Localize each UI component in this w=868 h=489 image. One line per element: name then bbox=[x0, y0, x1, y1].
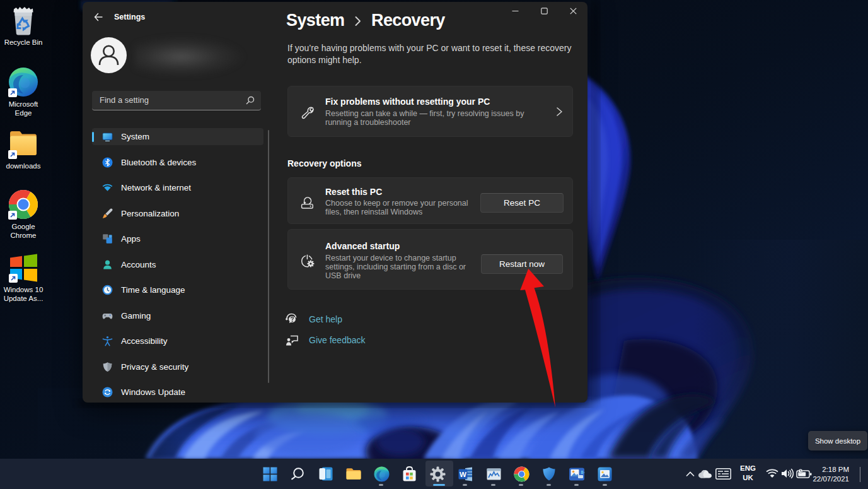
svg-text:W: W bbox=[460, 471, 466, 478]
svg-text:8◦: 8◦ bbox=[581, 470, 585, 474]
